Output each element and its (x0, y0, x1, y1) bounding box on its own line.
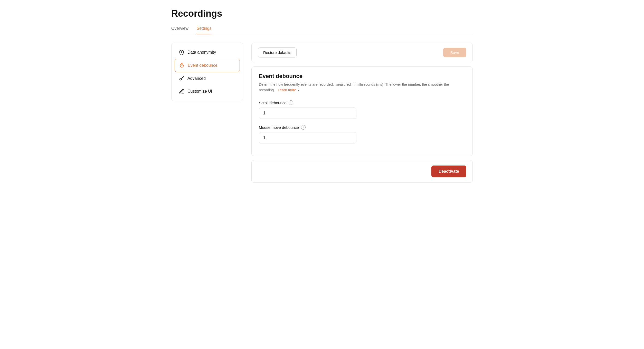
deactivate-card: Deactivate (251, 160, 473, 183)
mouse-move-debounce-label: Mouse move debounce (259, 125, 299, 130)
sidebar-item-data-anonymity-label: Data anonymity (187, 50, 216, 55)
shield-icon (179, 50, 184, 55)
toolbar-card: Restore defaults Save (251, 43, 473, 62)
sidebar-item-event-debounce-label: Event debounce (188, 63, 217, 68)
mouse-move-debounce-info-icon[interactable]: i (301, 125, 306, 130)
sidebar-item-advanced-label: Advanced (187, 76, 206, 81)
deactivate-button[interactable]: Deactivate (431, 166, 466, 177)
sidebar-item-data-anonymity[interactable]: Data anonymity (175, 46, 240, 59)
pen-icon (179, 89, 184, 94)
sidebar-item-advanced[interactable]: Advanced (175, 72, 240, 85)
learn-more-link[interactable]: Learn more (278, 88, 296, 92)
scroll-debounce-info-icon[interactable]: i (289, 100, 293, 105)
sidebar: Data anonymity Event debounce (171, 43, 243, 101)
tab-settings[interactable]: Settings (197, 24, 212, 34)
mouse-move-debounce-input[interactable] (259, 132, 356, 143)
scroll-debounce-label: Scroll debounce (259, 101, 287, 105)
event-debounce-title: Event debounce (259, 73, 465, 80)
tabs-nav: Overview Settings (171, 24, 473, 34)
page-title: Recordings (171, 8, 473, 19)
main-content: Restore defaults Save Event debounce Det… (251, 43, 473, 183)
tab-overview[interactable]: Overview (171, 24, 188, 34)
svg-point-7 (180, 78, 182, 80)
chevron-right-icon: › (298, 88, 299, 92)
scroll-debounce-input[interactable] (259, 108, 356, 119)
svg-line-10 (183, 77, 183, 78)
svg-line-9 (183, 77, 184, 77)
sidebar-item-event-debounce[interactable]: Event debounce (175, 59, 240, 72)
restore-defaults-button[interactable]: Restore defaults (258, 47, 297, 57)
scroll-debounce-field: Scroll debounce i (259, 100, 465, 119)
key-icon (179, 76, 184, 81)
sidebar-item-customize-ui[interactable]: Customize UI (175, 85, 240, 98)
event-debounce-description: Determine how frequently events are reco… (259, 82, 465, 93)
save-button[interactable]: Save (443, 48, 466, 57)
mouse-move-debounce-field: Mouse move debounce i (259, 125, 465, 143)
sidebar-item-customize-ui-label: Customize UI (187, 89, 212, 94)
event-debounce-card: Event debounce Determine how frequently … (251, 66, 473, 156)
timer-icon (179, 63, 185, 68)
